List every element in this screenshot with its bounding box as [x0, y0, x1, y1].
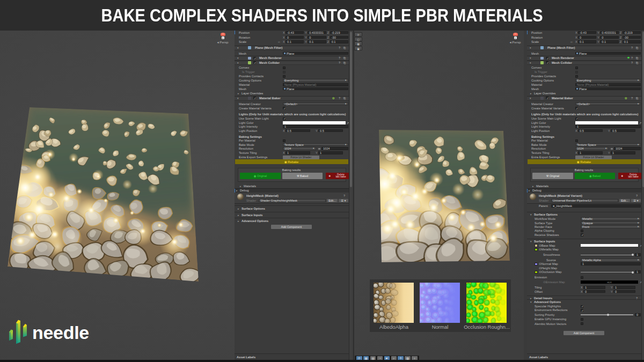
svg-text:needle: needle [32, 322, 89, 343]
